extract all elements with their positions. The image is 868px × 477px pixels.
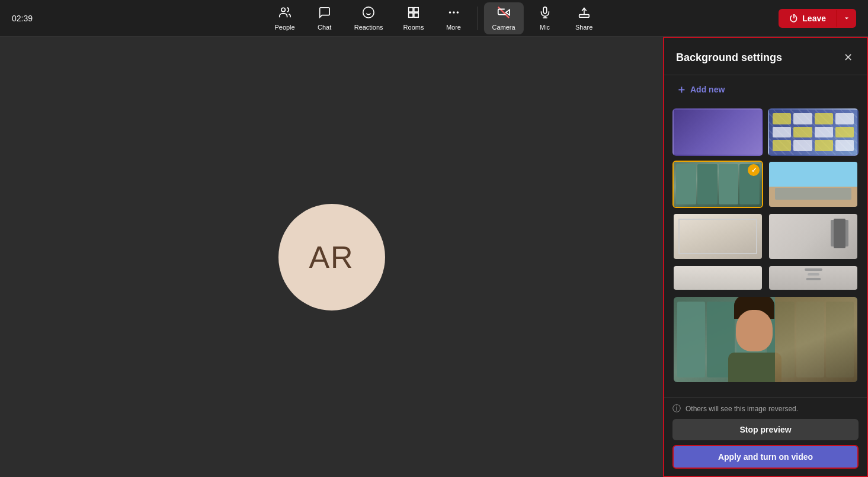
svg-point-1 bbox=[363, 7, 374, 17]
background-option-4[interactable] bbox=[768, 161, 859, 208]
chat-button[interactable]: Chat bbox=[307, 2, 342, 34]
leave-main[interactable]: Leave bbox=[779, 9, 837, 28]
more-button[interactable]: More bbox=[435, 2, 471, 34]
svg-point-8 bbox=[449, 11, 451, 14]
info-icon: ⓘ bbox=[672, 404, 681, 414]
svg-point-10 bbox=[456, 11, 459, 14]
rooms-label: Rooms bbox=[403, 24, 424, 31]
svg-rect-17 bbox=[579, 14, 589, 17]
camera-label: Camera bbox=[492, 24, 515, 31]
leave-dropdown-arrow[interactable] bbox=[837, 10, 856, 27]
svg-rect-13 bbox=[543, 7, 547, 13]
svg-rect-7 bbox=[414, 12, 418, 17]
share-icon bbox=[578, 6, 591, 22]
background-settings-panel: Background settings ✕ ＋ Add new bbox=[663, 37, 868, 477]
topbar: 02:39 People Chat bbox=[0, 0, 868, 37]
svg-point-0 bbox=[281, 8, 285, 11]
background-option-5[interactable] bbox=[672, 213, 763, 260]
rooms-button[interactable]: Rooms bbox=[395, 2, 433, 34]
reactions-button[interactable]: Reactions bbox=[346, 2, 392, 34]
background-option-6[interactable] bbox=[768, 213, 859, 260]
info-text: Others will see this image reversed. bbox=[686, 405, 798, 413]
apply-button[interactable]: Apply and turn on video bbox=[672, 445, 859, 469]
chat-label: Chat bbox=[318, 24, 331, 31]
topbar-right: Leave bbox=[779, 9, 856, 28]
info-row: ⓘ Others will see this image reversed. bbox=[672, 404, 859, 414]
main-area: AR Background settings ✕ ＋ Add new bbox=[0, 37, 868, 477]
reactions-label: Reactions bbox=[354, 24, 383, 31]
sidebar-bottom: ⓘ Others will see this image reversed. S… bbox=[664, 397, 867, 476]
share-button[interactable]: Share bbox=[566, 2, 602, 34]
background-grid: ✓ bbox=[664, 104, 867, 397]
video-area: AR bbox=[0, 37, 663, 477]
background-option-8[interactable] bbox=[768, 265, 859, 291]
background-option-2[interactable] bbox=[768, 108, 859, 156]
chat-icon bbox=[318, 6, 331, 22]
people-button[interactable]: People bbox=[266, 2, 303, 34]
people-icon bbox=[278, 6, 292, 22]
svg-rect-5 bbox=[414, 7, 418, 11]
background-option-7[interactable] bbox=[672, 265, 763, 291]
call-controls: People Chat Reactions bbox=[266, 2, 601, 34]
call-timer: 02:39 bbox=[12, 14, 33, 23]
participant-avatar: AR bbox=[278, 204, 385, 310]
svg-rect-6 bbox=[409, 12, 413, 17]
reactions-icon bbox=[362, 6, 375, 22]
leave-button[interactable]: Leave bbox=[779, 9, 856, 28]
rooms-icon bbox=[407, 6, 420, 22]
mic-button[interactable]: Mic bbox=[527, 2, 563, 34]
people-label: People bbox=[274, 24, 294, 31]
mic-label: Mic bbox=[540, 24, 550, 31]
add-new-button[interactable]: ＋ Add new bbox=[664, 75, 867, 104]
background-option-1[interactable] bbox=[672, 108, 763, 156]
leave-label: Leave bbox=[802, 14, 826, 23]
camera-icon bbox=[497, 6, 510, 22]
background-option-3[interactable]: ✓ bbox=[672, 161, 763, 208]
mic-icon bbox=[539, 6, 552, 22]
close-icon: ✕ bbox=[844, 52, 853, 63]
control-divider bbox=[477, 7, 478, 30]
camera-button[interactable]: Camera bbox=[483, 2, 523, 34]
share-label: Share bbox=[575, 24, 592, 31]
more-icon bbox=[447, 6, 460, 22]
stop-preview-label: Stop preview bbox=[739, 425, 791, 434]
apply-label: Apply and turn on video bbox=[718, 452, 813, 462]
sidebar-title: Background settings bbox=[676, 52, 782, 64]
close-panel-button[interactable]: ✕ bbox=[841, 49, 855, 66]
add-new-label: Add new bbox=[690, 85, 725, 94]
more-label: More bbox=[446, 24, 461, 31]
avatar-initials: AR bbox=[309, 239, 354, 275]
sidebar-header: Background settings ✕ bbox=[664, 38, 867, 75]
svg-rect-4 bbox=[409, 7, 413, 11]
live-preview-thumbnail[interactable] bbox=[672, 296, 859, 383]
stop-preview-button[interactable]: Stop preview bbox=[672, 419, 859, 440]
add-icon: ＋ bbox=[676, 82, 687, 97]
svg-point-9 bbox=[453, 11, 455, 14]
selected-check-icon: ✓ bbox=[748, 164, 760, 176]
